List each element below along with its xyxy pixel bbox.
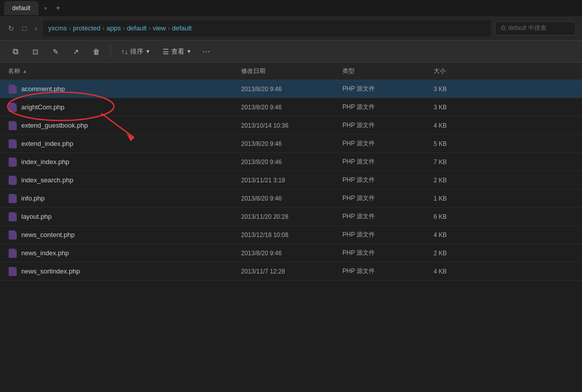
file-type-cell: PHP 源文件 [342, 176, 434, 184]
file-type-cell: PHP 源文件 [342, 139, 434, 148]
more-icon: ··· [203, 46, 210, 56]
file-list: 名称 ▲ 修改日期 类型 大小 acomment.php 2013/8/20 9… [0, 63, 582, 392]
col-header-size[interactable]: 大小 [434, 65, 484, 77]
breadcrumb-view[interactable]: view [152, 24, 166, 32]
chevron-right-icon: › [34, 24, 37, 32]
file-name-text: index_search.php [21, 176, 73, 184]
breadcrumb-arrow[interactable]: › [32, 22, 39, 34]
col-header-date[interactable]: 修改日期 [241, 65, 342, 77]
php-file-icon [8, 85, 17, 94]
file-name-cell: index_search.php [8, 176, 241, 185]
file-name-cell: news_index.php [8, 249, 241, 258]
sort-label: 排序 [130, 47, 143, 56]
file-date-cell: 2013/12/18 10:08 [241, 231, 342, 239]
view-button[interactable]: ☰ 查看 ▼ [158, 45, 197, 58]
php-file-icon [8, 176, 17, 185]
search-box[interactable]: 在 default 中搜索 [495, 21, 576, 35]
delete-button[interactable]: 🗑 [87, 44, 105, 60]
php-file-icon [8, 103, 17, 112]
view-label: 查看 [171, 47, 184, 56]
file-size-cell: 5 KB [434, 140, 484, 147]
file-type-cell: PHP 源文件 [342, 103, 434, 111]
breadcrumb-yxcms[interactable]: yxcms [48, 24, 67, 32]
refresh-button[interactable]: ↻ [6, 22, 16, 34]
php-file-icon [8, 267, 17, 276]
file-date-cell: 2013/8/20 9:46 [241, 104, 342, 111]
col-header-name[interactable]: 名称 ▲ [8, 65, 241, 77]
address-bar: ↻ □ › yxcms › protected › apps › default… [0, 16, 582, 41]
table-row[interactable]: extend_index.php 2013/8/20 9:46 PHP 源文件 … [0, 135, 582, 153]
breadcrumb-apps[interactable]: apps [106, 24, 121, 32]
file-type-cell: PHP 源文件 [342, 85, 434, 93]
breadcrumb-sep-1: › [69, 25, 71, 32]
file-name-text: acomment.php [21, 85, 65, 93]
paste-icon: ⊡ [32, 48, 38, 56]
file-size-cell: 6 KB [434, 213, 484, 220]
search-placeholder: 在 default 中搜索 [500, 24, 547, 32]
file-type-cell: PHP 源文件 [342, 121, 434, 130]
copy-button[interactable]: ⧉ [6, 44, 24, 60]
file-name-text: layout.php [21, 213, 52, 220]
close-tab-button[interactable]: × [43, 5, 49, 11]
file-name-text: extend_guestbook.php [21, 122, 88, 129]
table-row[interactable]: index_index.php 2013/8/20 9:46 PHP 源文件 7… [0, 153, 582, 171]
breadcrumb-default-2[interactable]: default [172, 24, 191, 32]
file-type-cell: PHP 源文件 [342, 267, 434, 276]
table-row[interactable]: acomment.php 2013/8/20 9:46 PHP 源文件 3 KB [0, 80, 582, 98]
file-date-cell: 2013/11/20 20:28 [241, 213, 342, 220]
col-header-type[interactable]: 类型 [342, 65, 434, 77]
breadcrumb[interactable]: yxcms › protected › apps › default › vie… [43, 20, 491, 36]
paste-button[interactable]: ⊡ [26, 44, 45, 60]
file-name-cell: arightCom.php [8, 103, 241, 112]
file-name-text: news_content.php [21, 231, 75, 239]
file-size-cell: 4 KB [434, 231, 484, 239]
file-size-cell: 2 KB [434, 250, 484, 257]
breadcrumb-sep-4: › [148, 25, 150, 32]
table-row[interactable]: arightCom.php 2013/8/20 9:46 PHP 源文件 3 K… [0, 98, 582, 116]
file-date-cell: 2013/8/20 9:46 [241, 159, 342, 166]
file-size-cell: 3 KB [434, 86, 484, 93]
table-row[interactable]: layout.php 2013/11/20 20:28 PHP 源文件 6 KB [0, 208, 582, 226]
file-date-cell: 2013/8/20 9:46 [241, 140, 342, 147]
view-dropdown-icon: ▼ [186, 49, 191, 54]
file-name-cell: info.php [8, 194, 241, 203]
table-row[interactable]: index_search.php 2013/11/21 3:19 PHP 源文件… [0, 171, 582, 189]
more-options-button[interactable]: ··· [199, 46, 214, 57]
file-name-cell: index_index.php [8, 158, 241, 167]
sort-arrow-icon: ▲ [22, 68, 27, 74]
active-tab[interactable]: default [4, 1, 38, 15]
file-date-cell: 2013/8/20 9:46 [241, 195, 342, 202]
toolbar: ⧉ ⊡ ✎ ↗ 🗑 ↑↓ 排序 ▼ ☰ 查看 ▼ ··· [0, 41, 582, 63]
rename-button[interactable]: ✎ [47, 44, 65, 60]
table-row[interactable]: extend_guestbook.php 2013/10/14 10:36 PH… [0, 116, 582, 135]
file-date-cell: 2013/8/20 9:46 [241, 86, 342, 93]
file-name-text: news_sortindex.php [21, 267, 80, 275]
breadcrumb-default-1[interactable]: default [127, 24, 146, 32]
file-date-cell: 2013/11/21 3:19 [241, 177, 342, 184]
file-type-cell: PHP 源文件 [342, 194, 434, 203]
share-icon: ↗ [73, 48, 79, 56]
breadcrumb-protected[interactable]: protected [73, 24, 100, 32]
file-size-cell: 7 KB [434, 159, 484, 166]
file-name-cell: news_content.php [8, 230, 241, 240]
breadcrumb-sep-3: › [123, 25, 125, 32]
table-row[interactable]: news_sortindex.php 2013/11/7 12:28 PHP 源… [0, 262, 582, 281]
file-name-cell: acomment.php [8, 85, 241, 94]
file-date-cell: 2013/11/7 12:28 [241, 268, 342, 275]
table-row[interactable]: news_content.php 2013/12/18 10:08 PHP 源文… [0, 226, 582, 244]
new-tab-button[interactable]: + [53, 4, 63, 13]
php-file-icon [8, 230, 17, 240]
file-date-cell: 2013/8/20 9:46 [241, 250, 342, 257]
file-type-cell: PHP 源文件 [342, 230, 434, 239]
sort-button[interactable]: ↑↓ 排序 ▼ [116, 45, 156, 58]
monitor-button[interactable]: □ [20, 22, 28, 34]
file-date-cell: 2013/10/14 10:36 [241, 122, 342, 129]
toolbar-divider [110, 46, 111, 58]
table-row[interactable]: news_index.php 2013/8/20 9:46 PHP 源文件 2 … [0, 244, 582, 262]
file-size-cell: 4 KB [434, 268, 484, 275]
table-row[interactable]: info.php 2013/8/20 9:46 PHP 源文件 1 KB [0, 189, 582, 208]
file-size-cell: 4 KB [434, 122, 484, 129]
php-file-icon [8, 194, 17, 203]
share-button[interactable]: ↗ [67, 44, 85, 60]
php-file-icon [8, 158, 17, 167]
